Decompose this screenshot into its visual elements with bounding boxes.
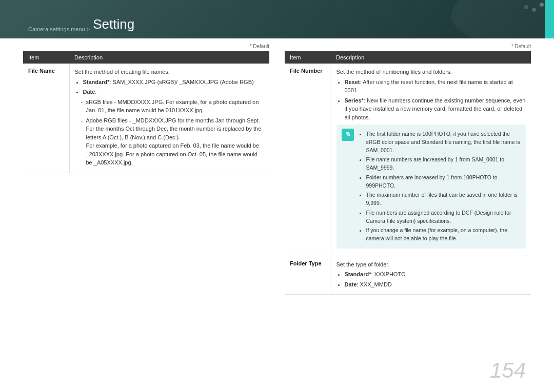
main-content: * Default Item Description File Name Set…: [0, 38, 554, 392]
left-col-desc-header: Description: [69, 51, 269, 64]
left-default-note: * Default: [23, 38, 269, 51]
teal-accent-bar: [545, 0, 554, 38]
page-title: Setting: [93, 16, 134, 32]
right-table: Item Description File Number Set the met…: [285, 51, 531, 295]
right-default-note: * Default: [285, 38, 531, 51]
right-col-item-header: Item: [285, 51, 331, 64]
header-decoration: [400, 0, 554, 38]
file-number-description: Set the method of numbering files and fo…: [331, 64, 531, 256]
folder-type-description: Set the type of folder. Standard*: XXXPH…: [331, 256, 531, 295]
note-icon: ✎: [342, 129, 354, 141]
page-number: 154: [490, 358, 526, 383]
left-table-header-row: Item Description: [23, 51, 269, 64]
right-col-desc-header: Description: [331, 51, 531, 64]
left-column: * Default Item Description File Name Set…: [23, 38, 269, 295]
right-table-header-row: Item Description: [285, 51, 531, 64]
folder-type-item: Folder Type: [285, 256, 331, 295]
folder-type-row: Folder Type Set the type of folder. Stan…: [285, 256, 531, 295]
table-row: File Name Set the method of creating fil…: [23, 64, 269, 173]
file-number-item: File Number: [285, 64, 331, 256]
right-column: * Default Item Description File Number S…: [285, 38, 531, 295]
file-number-row: File Number Set the method of numbering …: [285, 64, 531, 256]
left-table: Item Description File Name Set the metho…: [23, 51, 269, 173]
file-name-item: File Name: [23, 64, 69, 173]
file-name-description: Set the method of creating file names. S…: [69, 64, 269, 173]
note-box: ✎ The first folder name is 100PHOTO, if …: [337, 125, 526, 249]
breadcrumb: Camera settings menu >: [28, 26, 90, 32]
content-columns: * Default Item Description File Name Set…: [23, 38, 531, 295]
page-header: Camera settings menu > Setting: [0, 0, 554, 38]
left-col-item-header: Item: [23, 51, 69, 64]
note-text: The first folder name is 100PHOTO, if yo…: [358, 129, 521, 244]
